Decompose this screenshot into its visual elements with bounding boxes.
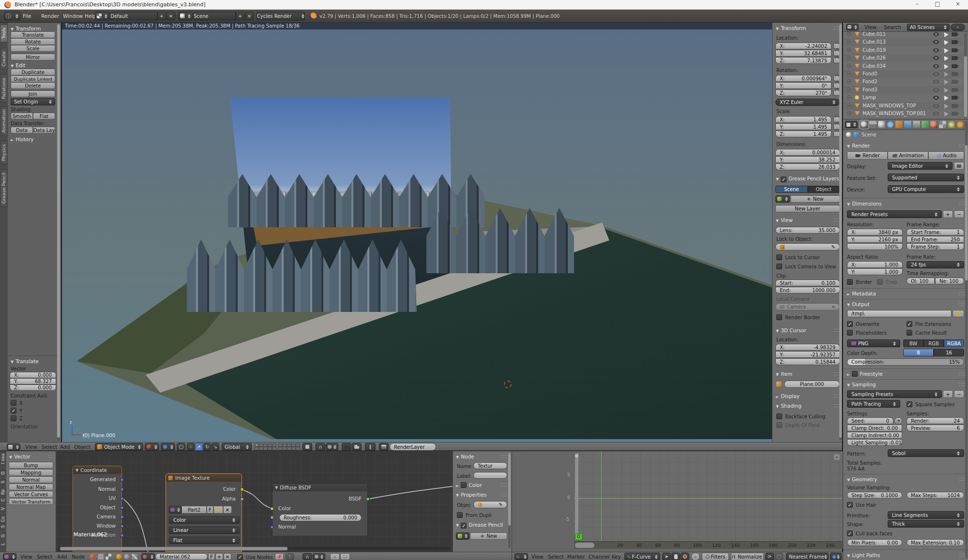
tab-tools[interactable]: Tools — [0, 24, 8, 42]
graph-scrubber[interactable]: 20406080100120140160180200220240 — [574, 541, 843, 549]
outliner-row[interactable]: +Cube.026 — [843, 54, 963, 62]
outliner-search-button[interactable]: ⌕ — [951, 24, 965, 31]
selectability-cursor-icon[interactable] — [942, 87, 948, 93]
node-gp-brush-dropdown[interactable] — [456, 532, 469, 540]
bw-button[interactable]: BW — [903, 339, 923, 347]
expand-icon[interactable]: + — [847, 40, 851, 44]
image-unlink-button[interactable]: ✕ — [223, 506, 232, 514]
socket-bsdf[interactable] — [366, 497, 370, 501]
socket-image-alpha[interactable] — [240, 497, 244, 501]
viewport-menu-add[interactable]: Add — [60, 444, 70, 450]
node-menu-add[interactable]: Add — [57, 554, 67, 560]
props-tab-modifiers-icon[interactable] — [913, 121, 920, 128]
resolution-x[interactable]: X:3840 px — [847, 229, 903, 236]
renderability-camera-icon[interactable] — [952, 88, 957, 92]
roughness-slider[interactable]: Roughness:0.000 — [279, 514, 362, 521]
mirror-button[interactable]: Mirror — [11, 54, 55, 60]
node-coordinate[interactable]: ▼Coordinate Generated Normal UV Object C… — [73, 466, 122, 552]
cache-checkbox[interactable] — [907, 330, 912, 336]
remap-new[interactable]: Ne: 100 — [935, 278, 964, 284]
frame-rate-dropdown[interactable]: 24 fps — [907, 261, 964, 268]
outliner-item-label[interactable]: Cube.026 — [862, 55, 886, 60]
snap-button[interactable]: ∩ — [316, 443, 325, 451]
outliner-item-label[interactable]: Fond2 — [862, 79, 877, 84]
light-sampling-field[interactable]: Light Sampling :0.01 — [847, 439, 902, 446]
constraint-z-checkbox[interactable] — [11, 415, 16, 421]
panel-output[interactable]: ▼Output — [847, 301, 870, 307]
view-lock-camera-checkbox[interactable] — [776, 264, 782, 269]
panel-light-paths[interactable]: ▼Light Paths — [847, 552, 880, 558]
renderability-camera-icon[interactable] — [952, 64, 957, 68]
outliner-item-label[interactable]: MASK_WINDOWS_TOP — [862, 103, 916, 108]
tab-animation[interactable]: Animation — [0, 106, 8, 136]
node-diffuse[interactable]: ▼Diffuse BSDF BSDF Color Roughness:0.000… — [272, 483, 368, 536]
image-name-field[interactable]: Part2 — [182, 506, 207, 514]
shading-dropdown[interactable] — [145, 443, 159, 451]
visibility-eye-icon[interactable] — [933, 48, 939, 52]
outliner-item-label[interactable]: Cube.034 — [862, 63, 886, 69]
props-tab-object-icon[interactable] — [895, 121, 903, 128]
np-rot-z[interactable]: Z:270° — [775, 89, 832, 96]
socket-generated[interactable] — [120, 478, 124, 482]
graph-record-button[interactable] — [681, 553, 689, 560]
tab-physics[interactable]: Physics — [0, 141, 8, 164]
outliner-menu-view[interactable]: View — [864, 24, 877, 30]
visibility-eye-icon[interactable] — [933, 64, 939, 68]
panel-shading[interactable]: ▼Shading — [776, 403, 802, 409]
depth-16-button[interactable]: 16 — [934, 349, 964, 356]
sampling-presets-dropdown[interactable]: Sampling Presets — [847, 390, 942, 398]
manipulator-translate-button[interactable]: ↗ — [195, 443, 203, 451]
panel-display[interactable]: ►Display — [776, 393, 800, 399]
renderability-camera-icon[interactable] — [952, 112, 957, 116]
graph-filters-button[interactable]: Filters — [702, 553, 729, 560]
display-lock-button[interactable] — [954, 162, 964, 170]
graph-expand-icon[interactable]: + — [834, 454, 840, 460]
mapping-button[interactable]: Mapping — [9, 469, 53, 476]
visibility-eye-icon[interactable] — [933, 80, 939, 84]
panel-render[interactable]: ▼Render — [847, 143, 870, 148]
selectability-cursor-icon[interactable] — [942, 78, 948, 85]
panel-item[interactable]: ▼Item — [776, 371, 792, 377]
viewport-menu-view[interactable]: View — [25, 444, 37, 450]
selectability-cursor-icon[interactable] — [942, 94, 948, 101]
expand-icon[interactable]: + — [847, 56, 851, 60]
flat-button[interactable]: Flat — [33, 113, 55, 119]
node-shelf-tab[interactable]: S — [0, 524, 6, 529]
close-button[interactable]: × — [951, 0, 965, 7]
material-fake-user[interactable]: F — [208, 553, 215, 560]
outliner-menu-search[interactable]: Search — [884, 24, 901, 30]
gp-scene-object-toggle[interactable]: Scene Object — [775, 186, 840, 193]
node-shelf-tab[interactable]: I — [0, 461, 6, 466]
scene-selector[interactable]: Scene — [193, 12, 236, 20]
layout-close-button[interactable]: ✕ — [166, 12, 175, 20]
expand-icon[interactable]: + — [847, 32, 851, 36]
outliner-row[interactable]: +Cube.013 — [843, 38, 963, 46]
overwrite-checkbox[interactable]: ✓ — [847, 321, 853, 327]
outliner-row[interactable]: +MASK_WINDOWS_TOP.001 — [843, 110, 963, 118]
border-checkbox[interactable] — [847, 279, 853, 285]
sampling-preset-add[interactable]: + — [943, 390, 953, 398]
pivot-dropdown[interactable] — [161, 443, 175, 451]
np-rot-x[interactable]: X:0.000964° — [775, 75, 832, 82]
renderlayer-icon-button[interactable] — [379, 443, 389, 451]
outliner-row[interactable]: +Cube.019 — [843, 46, 963, 54]
image-colorspace-dropdown[interactable]: Color — [169, 516, 240, 524]
panel-metadata[interactable]: ►Metadata — [847, 291, 876, 296]
aspect-y[interactable]: Y:1.000 — [847, 268, 903, 275]
minimize-button[interactable]: – — [910, 0, 924, 7]
node-label-field[interactable] — [473, 472, 507, 479]
view-lock-cursor-checkbox[interactable] — [776, 254, 782, 260]
visibility-eye-icon[interactable] — [933, 40, 939, 44]
panel-transform[interactable]: ▼Transform — [11, 26, 41, 31]
editor-type-button[interactable]: ⓘ — [4, 12, 20, 20]
samples-preview-field[interactable]: Preview:6 — [907, 425, 964, 431]
outliner-editor-type-button[interactable] — [846, 24, 859, 30]
selectability-cursor-icon[interactable] — [942, 71, 948, 77]
graph-menu-select[interactable]: Select — [548, 554, 563, 560]
stereo-button[interactable]: ‖ — [365, 443, 376, 451]
gp-new-button[interactable]: +New — [790, 195, 840, 203]
duplicate-linked-button[interactable]: Duplicate Linked — [11, 75, 55, 82]
node-name-field[interactable]: Textur — [473, 462, 507, 469]
material-name-field[interactable]: Material.062 — [155, 553, 208, 560]
node-editor-type-button[interactable] — [3, 553, 16, 560]
